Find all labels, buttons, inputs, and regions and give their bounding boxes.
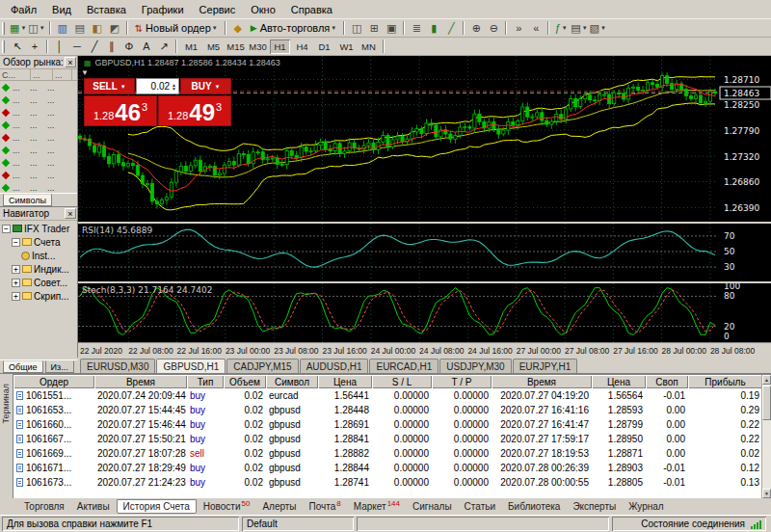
- terminal-tab-1[interactable]: Торговля: [18, 499, 70, 514]
- chart-shift-icon[interactable]: «: [527, 20, 545, 36]
- autotrading-button[interactable]: ▶Авто-торговля▼: [247, 20, 341, 36]
- scroll-down-icon[interactable]: ▼: [762, 489, 771, 498]
- nav-item-3[interactable]: Inst...: [0, 249, 77, 262]
- indicators-icon[interactable]: ƒ▼: [552, 20, 570, 36]
- timeframe-m15[interactable]: M15: [226, 40, 246, 54]
- timeframe-m30[interactable]: M30: [248, 40, 268, 54]
- status-profile[interactable]: Default: [242, 517, 354, 531]
- column-header-close-price[interactable]: Цена: [592, 375, 646, 388]
- navigator-tab-2[interactable]: Из...: [45, 360, 74, 373]
- chart-tab-eurusd[interactable]: EURUSD,M30: [80, 359, 155, 373]
- market-watch-row[interactable]: .........: [0, 81, 77, 93]
- data-window-icon[interactable]: ▤: [71, 20, 89, 36]
- bid-column[interactable]: ...: [31, 69, 53, 81]
- timeframe-m1[interactable]: M1: [181, 40, 201, 54]
- trendline-icon[interactable]: ╱: [86, 39, 103, 54]
- terminal-tab-9[interactable]: Статьи: [459, 499, 501, 514]
- scroll-up-icon[interactable]: ▲: [762, 375, 771, 385]
- ask-column[interactable]: ...: [53, 69, 72, 81]
- menu-item-3[interactable]: Вставка: [79, 1, 134, 18]
- terminal-tab-10[interactable]: Библиотека: [502, 499, 566, 514]
- terminal-tab-11[interactable]: Эксперты: [567, 499, 622, 514]
- arrange-icons-icon[interactable]: ▣: [383, 20, 400, 36]
- market-watch-row[interactable]: .........: [0, 156, 77, 169]
- tile-windows-icon[interactable]: ⊞: [365, 20, 383, 36]
- column-header-swap[interactable]: Своп: [646, 375, 688, 388]
- market-watch-row[interactable]: .........: [0, 106, 77, 119]
- terminal-icon[interactable]: ◩: [106, 20, 123, 36]
- navigator-tab-1[interactable]: Общие: [3, 360, 43, 373]
- buy-button[interactable]: BUY ▼: [180, 78, 231, 94]
- menu-item-7[interactable]: Справка: [283, 1, 340, 18]
- column-header-type[interactable]: Тип: [187, 375, 224, 388]
- table-row[interactable]: 1061671...2020.07.27 18:29:49buy0.02gbpu…: [13, 461, 771, 475]
- timeframe-d1[interactable]: D1: [314, 40, 334, 54]
- table-row[interactable]: 1061653...2020.07.27 15:44:45buy0.02gbpu…: [13, 403, 771, 417]
- column-header-open-price[interactable]: Цена: [318, 375, 372, 388]
- terminal-tab-6[interactable]: Почта8: [304, 499, 347, 514]
- collapse-box-icon[interactable]: −: [2, 225, 11, 233]
- toolbar-grip[interactable]: [2, 22, 5, 35]
- menu-item-1[interactable]: Файл: [3, 1, 44, 18]
- terminal-tab-2[interactable]: Активы: [71, 499, 116, 514]
- line-chart-icon[interactable]: ╱: [442, 20, 460, 36]
- expand-box-icon[interactable]: +: [12, 292, 20, 301]
- nav-item-1[interactable]: −IFX Trader: [0, 222, 77, 235]
- nav-item-2[interactable]: −Счета: [0, 235, 77, 249]
- connection-status[interactable]: Состояние соединения: [612, 517, 766, 531]
- zoom-out-icon[interactable]: ⊖: [485, 20, 502, 36]
- volume-spinner-icon[interactable]: ▲▼: [172, 83, 176, 91]
- terminal-tab-7[interactable]: Маркет144: [348, 499, 406, 514]
- sell-button[interactable]: SELL ▼: [84, 78, 135, 94]
- collapse-box-icon[interactable]: −: [12, 238, 20, 247]
- market-watch-row[interactable]: .........: [0, 119, 77, 131]
- close-icon[interactable]: ×: [65, 57, 76, 67]
- market-watch-row[interactable]: .........: [0, 93, 77, 106]
- scroll-thumb[interactable]: [762, 386, 771, 420]
- metaeditor-icon[interactable]: ◆: [229, 20, 247, 36]
- crosshair-icon[interactable]: +: [26, 39, 43, 54]
- terminal-tab-12[interactable]: Журнал: [623, 499, 670, 514]
- fibonacci-icon[interactable]: Φ: [120, 39, 138, 54]
- chart-tab-usdjpy[interactable]: USDJPY,M30: [439, 359, 511, 373]
- menu-item-2[interactable]: Вид: [44, 1, 79, 18]
- column-header-tp[interactable]: T / P: [432, 375, 492, 388]
- menu-item-6[interactable]: Окно: [243, 1, 283, 18]
- volume-input[interactable]: 0.02 ▲▼: [136, 78, 179, 94]
- timeframe-m5[interactable]: M5: [203, 40, 224, 54]
- terminal-tab-5[interactable]: Алерты: [256, 499, 302, 514]
- expand-box-icon[interactable]: +: [12, 265, 20, 274]
- horizontal-line-icon[interactable]: ─: [68, 39, 86, 54]
- column-header-open-time[interactable]: Время: [94, 375, 187, 388]
- nav-item-5[interactable]: +Совет...: [0, 276, 77, 289]
- column-header-profit[interactable]: Прибыль: [688, 375, 762, 388]
- auto-scroll-icon[interactable]: »: [510, 20, 527, 36]
- cascade-windows-icon[interactable]: ◫: [348, 20, 365, 36]
- toolbar-grip[interactable]: [2, 40, 5, 53]
- market-watch-icon[interactable]: ▥: [54, 20, 71, 36]
- channel-icon[interactable]: ∥: [103, 39, 120, 54]
- sell-price-button[interactable]: 1.28 46 3: [84, 95, 157, 126]
- text-label-icon[interactable]: A: [138, 39, 155, 54]
- table-row[interactable]: 1061551...2020.07.24 20:09:44buy0.02eurc…: [13, 388, 771, 403]
- zoom-in-icon[interactable]: ⊕: [467, 20, 485, 36]
- chart-tab-audusd[interactable]: AUDUSD,H1: [300, 359, 369, 373]
- rsi-panel[interactable]: 705030RSI(14) 45.6889: [78, 224, 771, 281]
- trade-panel-collapse-icon[interactable]: ▼: [81, 68, 89, 77]
- terminal-tab-3[interactable]: История Счета: [117, 499, 197, 514]
- candlestick-chart-icon[interactable]: ▮: [425, 20, 442, 36]
- arrows-icon[interactable]: ↗: [155, 39, 173, 54]
- market-watch-row[interactable]: .........: [0, 181, 77, 193]
- table-row[interactable]: 1061667...2020.07.27 15:50:21buy0.02gbpu…: [13, 432, 771, 446]
- column-header-volume[interactable]: Объем: [224, 375, 266, 388]
- table-row[interactable]: 1061669...2020.07.27 18:07:28sell0.02gbp…: [13, 446, 771, 461]
- profiles-icon[interactable]: ◫▼: [27, 20, 45, 36]
- terminal-tab-4[interactable]: Новости50: [198, 499, 256, 514]
- cursor-icon[interactable]: ↖: [9, 39, 26, 54]
- navigator-icon[interactable]: ◧: [89, 20, 106, 36]
- timeframe-h1[interactable]: H1: [270, 40, 290, 54]
- market-watch-row[interactable]: .........: [0, 131, 77, 144]
- tab-symbols[interactable]: Символы: [3, 194, 52, 206]
- market-watch-row[interactable]: .........: [0, 169, 77, 181]
- chart-tab-cadjpy[interactable]: CADJPY,M15: [226, 359, 298, 373]
